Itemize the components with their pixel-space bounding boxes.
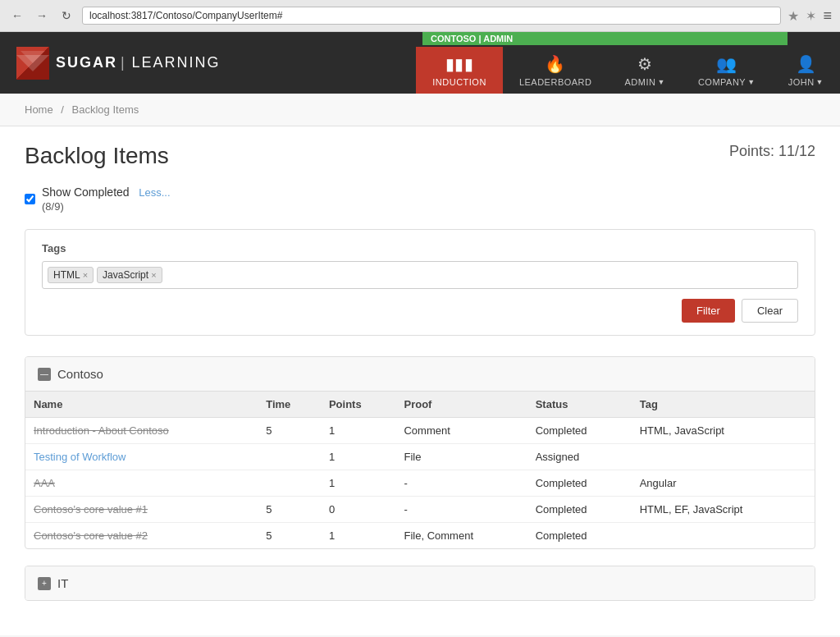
show-completed-row: Show Completed Less... (8/9) xyxy=(25,186,815,213)
cell-status: Completed xyxy=(527,418,632,444)
breadcrumb-separator: / xyxy=(61,103,64,116)
cell-points: 1 xyxy=(321,418,396,444)
forward-button[interactable]: → xyxy=(33,7,51,25)
col-time: Time xyxy=(258,392,321,418)
col-points: Points xyxy=(321,392,396,418)
cell-time xyxy=(258,444,321,470)
row-name-link[interactable]: Contoso's core value #2 xyxy=(34,529,148,542)
clear-button[interactable]: Clear xyxy=(742,299,798,323)
cell-proof: File xyxy=(395,444,527,470)
extensions-icon[interactable]: ✶ xyxy=(806,8,816,24)
john-caret-icon: ▼ xyxy=(816,78,824,86)
cell-tag: HTML, JavaScript xyxy=(632,418,815,444)
induction-label: INDUCTION xyxy=(432,77,486,87)
show-completed-label: Show Completed xyxy=(42,186,130,199)
cell-time xyxy=(258,470,321,497)
table-row: Testing of Workflow 1 File Assigned xyxy=(25,444,815,470)
logo-text: SUGAR | LEARNING xyxy=(56,54,221,71)
tag-html-label: HTML xyxy=(53,269,80,281)
cell-name: Contoso's core value #1 xyxy=(25,497,258,523)
cell-time: 5 xyxy=(258,523,321,549)
it-section-card: + IT xyxy=(25,566,815,601)
company-icon: 👥 xyxy=(716,54,737,74)
show-completed-checkbox[interactable] xyxy=(25,194,35,204)
col-status: Status xyxy=(527,392,632,418)
nav-items: ▮▮▮ INDUCTION 🔥 LEADERBOARD ⚙ ADMIN ▼ 👥 … xyxy=(416,47,840,94)
leaderboard-icon: 🔥 xyxy=(545,54,566,74)
filter-label: Tags xyxy=(42,242,798,254)
table-row: AAA 1 - Completed Angular xyxy=(25,470,815,497)
company-label: COMPANY ▼ xyxy=(698,77,756,87)
row-name-link[interactable]: Testing of Workflow xyxy=(34,451,126,463)
cell-proof: - xyxy=(395,470,527,497)
row-name-link[interactable]: Introduction - About Contoso xyxy=(34,424,169,437)
induction-icon: ▮▮▮ xyxy=(445,54,474,74)
nav-item-company[interactable]: 👥 COMPANY ▼ xyxy=(682,47,772,94)
table-row: Contoso's core value #1 5 0 - Completed … xyxy=(25,497,815,523)
contoso-admin-bar: CONTOSO | ADMIN xyxy=(422,32,788,45)
tags-input-row[interactable]: HTML × JavaScript × xyxy=(42,261,798,289)
row-name-link[interactable]: AAA xyxy=(34,477,55,489)
cell-tag xyxy=(632,444,815,470)
nav-item-admin[interactable]: ⚙ ADMIN ▼ xyxy=(609,47,682,94)
admin-label: ADMIN ▼ xyxy=(625,77,665,87)
cell-proof: - xyxy=(395,497,527,523)
bookmark-icon[interactable]: ★ xyxy=(788,8,799,24)
cell-points: 1 xyxy=(321,523,396,549)
breadcrumb-home-link[interactable]: Home xyxy=(25,103,53,116)
cell-proof: Comment xyxy=(395,418,527,444)
col-proof: Proof xyxy=(395,392,527,418)
tag-javascript-label: JavaScript xyxy=(103,269,148,281)
it-toggle-button[interactable]: + xyxy=(38,577,51,590)
admin-icon: ⚙ xyxy=(637,54,653,74)
page-title: Backlog Items xyxy=(25,143,169,169)
company-caret-icon: ▼ xyxy=(747,78,755,86)
contoso-toggle-button[interactable]: — xyxy=(38,368,51,381)
row-name-link[interactable]: Contoso's core value #1 xyxy=(34,503,148,516)
table-row: Introduction - About Contoso 5 1 Comment… xyxy=(25,418,815,444)
nav-item-induction[interactable]: ▮▮▮ INDUCTION xyxy=(416,47,503,94)
contoso-section-header: — Contoso xyxy=(25,357,815,392)
cell-points: 1 xyxy=(321,444,396,470)
cell-time: 5 xyxy=(258,497,321,523)
cell-points: 1 xyxy=(321,470,396,497)
breadcrumb: Home / Backlog Items xyxy=(0,94,840,126)
col-tag: Tag xyxy=(632,392,815,418)
cell-tag xyxy=(632,523,815,549)
nav-item-leaderboard[interactable]: 🔥 LEADERBOARD xyxy=(503,47,609,94)
menu-icon[interactable]: ≡ xyxy=(823,7,832,25)
filter-card: Tags HTML × JavaScript × Filter Clear xyxy=(25,229,815,336)
cell-status: Completed xyxy=(527,470,632,497)
john-label: JOHN ▼ xyxy=(788,77,824,87)
table-row: Contoso's core value #2 5 1 File, Commen… xyxy=(25,523,815,549)
it-section-header: + IT xyxy=(25,566,815,600)
breadcrumb-current: Backlog Items xyxy=(72,103,139,116)
page-header: Backlog Items Points: 11/12 xyxy=(25,143,815,169)
refresh-button[interactable]: ↻ xyxy=(57,7,75,25)
cell-tag: HTML, EF, JavaScript xyxy=(632,497,815,523)
tag-javascript-remove[interactable]: × xyxy=(151,270,156,280)
tags-text-input[interactable] xyxy=(166,269,792,282)
points-display: Points: 11/12 xyxy=(729,143,815,160)
cell-status: Completed xyxy=(527,523,632,549)
back-button[interactable]: ← xyxy=(8,7,26,25)
cell-name: Introduction - About Contoso xyxy=(25,418,258,444)
filter-button[interactable]: Filter xyxy=(682,299,735,323)
top-nav: SUGAR | LEARNING CONTOSO | ADMIN ▮▮▮ IND… xyxy=(0,32,840,94)
it-section-title: IT xyxy=(57,576,68,590)
show-completed-count: (8/9) xyxy=(42,200,171,213)
filter-actions: Filter Clear xyxy=(42,299,798,323)
cell-status: Assigned xyxy=(527,444,632,470)
user-icon: 👤 xyxy=(796,54,817,74)
nav-item-john[interactable]: 👤 JOHN ▼ xyxy=(772,47,840,94)
contoso-section-title: Contoso xyxy=(57,367,103,381)
less-link[interactable]: Less... xyxy=(139,186,170,199)
tag-html-remove[interactable]: × xyxy=(83,270,88,280)
contoso-table-header-row: Name Time Points Proof Status Tag xyxy=(25,392,815,418)
address-bar[interactable] xyxy=(82,7,781,25)
leaderboard-label: LEADERBOARD xyxy=(519,77,592,87)
show-completed-info: Show Completed Less... (8/9) xyxy=(42,186,171,213)
cell-name: Contoso's core value #2 xyxy=(25,523,258,549)
admin-caret-icon: ▼ xyxy=(657,78,664,86)
main-content: Home / Backlog Items Backlog Items Point… xyxy=(0,94,840,635)
